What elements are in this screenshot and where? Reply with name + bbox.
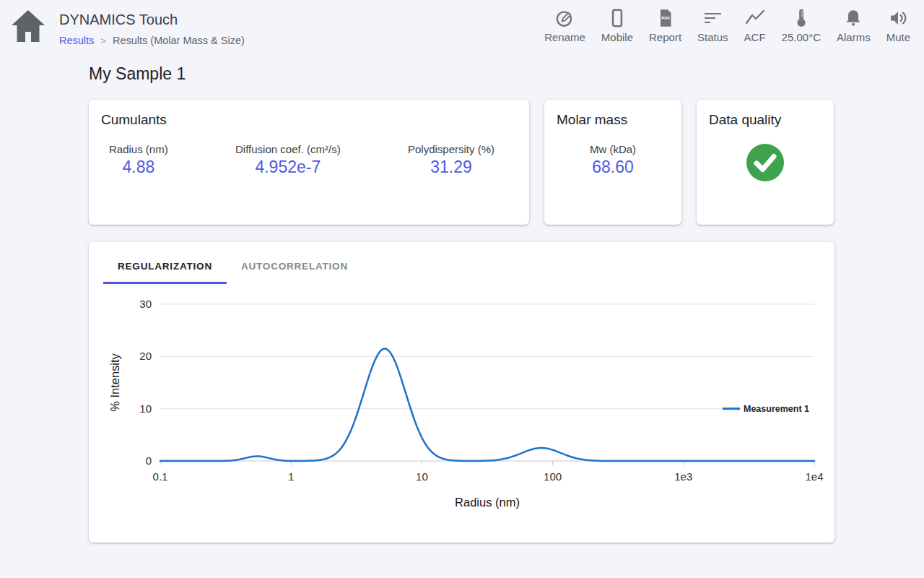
x-tick-label: 0.1 xyxy=(153,470,168,483)
app-header: DYNAMICS Touch Results > Results (Molar … xyxy=(0,0,924,58)
status-label: Status xyxy=(697,31,728,43)
breadcrumb: Results > Results (Molar Mass & Size) xyxy=(59,35,245,46)
x-tick-label: 1e3 xyxy=(674,470,692,483)
x-tick-label: 100 xyxy=(544,470,562,483)
polydispersity-value: 31.29 xyxy=(408,158,494,177)
acf-button[interactable]: ACF xyxy=(736,7,774,43)
x-tick-label: 1e4 xyxy=(805,470,823,483)
mute-label: Mute xyxy=(886,31,910,43)
edit-circle-icon xyxy=(554,7,575,30)
cumulants-card-title: Cumulants xyxy=(89,100,529,128)
mute-button[interactable]: Mute xyxy=(879,7,918,43)
radius-stat: Radius (nm) 4.88 xyxy=(109,143,168,177)
legend-label[interactable]: Measurement 1 xyxy=(744,404,809,414)
status-lines-icon xyxy=(702,7,723,30)
svg-text:PDF: PDF xyxy=(661,16,670,20)
rename-label: Rename xyxy=(544,31,585,43)
regularization-chart[interactable]: 01020300.11101001e31e4% IntensityRadius … xyxy=(89,293,834,535)
summary-cards-row: Cumulants Radius (nm) 4.88 Diffusion coe… xyxy=(89,100,834,225)
home-icon xyxy=(7,6,49,46)
bell-icon xyxy=(843,7,863,30)
radius-value: 4.88 xyxy=(109,158,168,177)
breadcrumb-separator: > xyxy=(100,35,106,46)
temperature-label: 25.00°C xyxy=(782,31,821,43)
check-circle-icon xyxy=(746,143,785,182)
acf-label: ACF xyxy=(744,31,766,43)
report-button[interactable]: PDF Report xyxy=(641,7,689,43)
mobile-label: Mobile xyxy=(601,31,633,43)
breadcrumb-link-results[interactable]: Results xyxy=(59,35,94,46)
diffusion-value: 4.952e-7 xyxy=(235,158,341,177)
data-quality-card-title: Data quality xyxy=(697,100,834,128)
diffusion-label: Diffusion coef. (cm²/s) xyxy=(235,143,341,155)
line-chart-icon xyxy=(744,7,766,30)
x-tick-label: 1 xyxy=(288,470,294,483)
radius-label: Radius (nm) xyxy=(109,143,168,155)
toolbar: Rename Mobile PDF Report xyxy=(536,7,918,43)
measurement-curve xyxy=(160,349,814,462)
data-quality-card: Data quality xyxy=(697,100,834,225)
breadcrumb-current: Results (Molar Mass & Size) xyxy=(113,35,245,46)
x-tick-label: 10 xyxy=(416,470,428,483)
mw-stat: Mw (kDa) 68.60 xyxy=(544,143,681,177)
cumulants-stats: Radius (nm) 4.88 Diffusion coef. (cm²/s)… xyxy=(89,143,529,177)
y-axis-title: % Intensity xyxy=(108,353,121,411)
alarms-label: Alarms xyxy=(837,31,871,43)
molar-mass-card: Molar mass Mw (kDa) 68.60 xyxy=(544,100,681,225)
tab-autocorrelation[interactable]: AUTOCORRELATION xyxy=(227,242,362,284)
y-tick-label: 0 xyxy=(146,454,152,467)
data-quality-status xyxy=(697,143,834,182)
mw-value: 68.60 xyxy=(544,158,681,177)
app-title: DYNAMICS Touch xyxy=(59,12,178,28)
chart-tabs: REGULARIZATION AUTOCORRELATION xyxy=(103,242,834,284)
report-label: Report xyxy=(649,31,681,43)
cumulants-card: Cumulants Radius (nm) 4.88 Diffusion coe… xyxy=(89,100,529,225)
mw-label: Mw (kDa) xyxy=(544,143,681,155)
temperature-button[interactable]: 25.00°C xyxy=(774,7,829,43)
status-button[interactable]: Status xyxy=(689,7,736,43)
page-title: My Sample 1 xyxy=(89,64,186,84)
thermometer-icon xyxy=(793,7,810,30)
molar-mass-card-title: Molar mass xyxy=(544,100,681,128)
x-axis-title: Radius (nm) xyxy=(455,496,520,509)
chart-card: REGULARIZATION AUTOCORRELATION 01020300.… xyxy=(89,242,834,543)
phone-icon xyxy=(608,7,627,30)
tab-regularization[interactable]: REGULARIZATION xyxy=(103,242,227,284)
y-tick-label: 20 xyxy=(139,350,152,362)
polydispersity-label: Polydispersity (%) xyxy=(408,143,494,155)
diffusion-stat: Diffusion coef. (cm²/s) 4.952e-7 xyxy=(235,143,341,177)
pdf-document-icon: PDF xyxy=(656,7,675,30)
y-tick-label: 30 xyxy=(139,298,152,310)
y-tick-label: 10 xyxy=(139,402,152,415)
mobile-button[interactable]: Mobile xyxy=(593,7,641,43)
polydispersity-stat: Polydispersity (%) 31.29 xyxy=(408,143,494,177)
speaker-icon xyxy=(888,7,908,30)
home-button[interactable] xyxy=(7,6,49,46)
rename-button[interactable]: Rename xyxy=(536,7,593,43)
alarms-button[interactable]: Alarms xyxy=(829,7,879,43)
